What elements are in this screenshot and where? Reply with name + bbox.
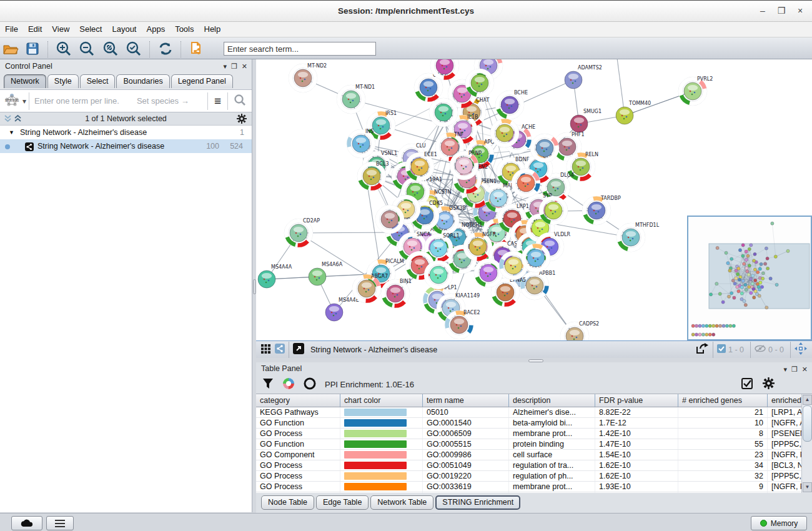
- set-species-label[interactable]: Set species →: [137, 96, 189, 106]
- network-node[interactable]: [708, 333, 711, 336]
- network-node-bche[interactable]: [753, 252, 756, 256]
- network-node[interactable]: [695, 324, 698, 327]
- table-panel-float-icon[interactable]: ▾: [783, 362, 787, 376]
- network-node-mthfd1l[interactable]: [775, 283, 778, 286]
- table-row[interactable]: GO ProcessGO:0006509membrane prot...1.42…: [256, 429, 812, 439]
- table-scrollbar[interactable]: ▲ ▼: [801, 394, 812, 493]
- string-options-menu-icon[interactable]: ≡: [208, 94, 227, 108]
- scroll-down-icon[interactable]: ▼: [803, 482, 812, 492]
- table-settings-gear-icon[interactable]: [763, 377, 775, 391]
- network-node-tardbp[interactable]: TARDBP: [582, 196, 621, 225]
- network-node-cadps2[interactable]: [765, 306, 768, 309]
- save-session-icon[interactable]: [26, 42, 39, 57]
- string-query-placeholder[interactable]: Enter one term per line.: [34, 96, 119, 106]
- network-node-il1b[interactable]: [745, 258, 748, 261]
- tab-node-table[interactable]: Node Table: [261, 495, 314, 510]
- network-node[interactable]: [750, 291, 753, 294]
- network-node[interactable]: [745, 250, 748, 253]
- table-panel-maximize-icon[interactable]: ❒: [791, 362, 798, 376]
- network-node-smug1[interactable]: [766, 257, 769, 260]
- birds-eye-view[interactable]: [687, 216, 812, 340]
- zoom-fit-icon[interactable]: [102, 41, 119, 59]
- string-logo-icon[interactable]: STRING: [4, 92, 20, 109]
- network-node[interactable]: [429, 98, 457, 126]
- network-node[interactable]: [740, 292, 743, 295]
- network-node-ngfr[interactable]: [748, 285, 751, 289]
- network-node[interactable]: [722, 324, 725, 327]
- ring-chart-icon[interactable]: [304, 377, 316, 392]
- task-history-button[interactable]: [46, 516, 74, 530]
- network-view-canvas[interactable]: MT-ND2MT-ND1VSNL1GAB2ADAMTS2PVRL2TOMM40S…: [256, 59, 812, 340]
- network-node-app[interactable]: [749, 277, 752, 280]
- network-node-lrp1[interactable]: [754, 279, 757, 282]
- network-node[interactable]: [691, 324, 695, 327]
- network-node-pvrl2[interactable]: PVRL2: [678, 76, 713, 106]
- tab-string-enrichment[interactable]: STRING Enrichment: [435, 495, 520, 510]
- selected-checkbox-icon[interactable]: [717, 344, 726, 355]
- table-panel-close-icon[interactable]: ✕: [802, 362, 808, 376]
- column-header-category[interactable]: category: [256, 394, 340, 407]
- navigate-compass-icon[interactable]: [795, 342, 807, 357]
- network-node-ece1[interactable]: [737, 267, 740, 270]
- table-row[interactable]: GO ProcessGO:0033619membrane prot...1.93…: [256, 482, 812, 492]
- network-node[interactable]: [756, 270, 760, 274]
- network-node[interactable]: [760, 262, 763, 266]
- network-node[interactable]: [737, 290, 740, 293]
- scrollbar-thumb[interactable]: [803, 405, 812, 442]
- network-node-dlg4[interactable]: [761, 272, 765, 275]
- hidden-eye-icon[interactable]: [755, 344, 766, 355]
- search-input[interactable]: [224, 42, 376, 56]
- network-node-kiaa1149[interactable]: [743, 299, 746, 302]
- network-node-bcl3[interactable]: BCL3: [357, 161, 389, 191]
- select-rows-checkbox-icon[interactable]: [741, 378, 753, 391]
- network-node[interactable]: [698, 333, 701, 336]
- network-node-ldlr[interactable]: [759, 281, 762, 284]
- enrichment-grid[interactable]: categorychart colorterm namedescriptionF…: [256, 394, 812, 493]
- network-node-notch1[interactable]: [744, 283, 747, 286]
- column-header--enriched-genes[interactable]: # enriched genes: [678, 394, 768, 407]
- network-node-ppp5c[interactable]: [733, 282, 736, 285]
- minimize-button[interactable]: –: [756, 6, 770, 17]
- network-node-ins[interactable]: [726, 262, 730, 265]
- network-node-mt-nd2[interactable]: MT-ND2: [289, 63, 327, 92]
- tab-select[interactable]: Select: [80, 74, 116, 88]
- network-node-mapt[interactable]: [751, 274, 755, 277]
- share-view-icon[interactable]: [275, 344, 285, 355]
- table-row[interactable]: GO ComponentGO:0009986cell surface1.54E-…: [256, 450, 812, 460]
- network-node-mt-nd2[interactable]: [716, 246, 719, 249]
- network-node-bace2[interactable]: [744, 304, 747, 307]
- network-node[interactable]: [725, 324, 728, 327]
- network-row-selected[interactable]: String Network - Alzheimer's disease 100…: [0, 139, 252, 153]
- horizontal-splitter[interactable]: [256, 358, 812, 362]
- network-collection-row[interactable]: ▼ String Network - Alzheimer's disease 1: [0, 126, 252, 139]
- network-node-bdnf[interactable]: [753, 268, 756, 271]
- tab-style[interactable]: Style: [47, 74, 79, 88]
- table-row[interactable]: GO ProcessGO:0051049regulation of tra...…: [256, 460, 812, 471]
- network-node-bin1[interactable]: BIN1: [381, 279, 412, 308]
- control-panel-close-icon[interactable]: ✕: [242, 59, 247, 73]
- column-header-term-name[interactable]: term name: [423, 394, 509, 407]
- network-node[interactable]: [754, 290, 757, 293]
- network-node-tnf[interactable]: [743, 262, 746, 266]
- network-node[interactable]: [701, 324, 705, 327]
- network-node[interactable]: [758, 288, 761, 291]
- string-search-icon[interactable]: [228, 94, 252, 107]
- network-node-cdk5[interactable]: [738, 278, 741, 281]
- maximize-button[interactable]: ❒: [775, 6, 788, 17]
- network-node[interactable]: [752, 259, 755, 262]
- menu-apps[interactable]: Apps: [142, 22, 171, 36]
- network-node-picalm[interactable]: [730, 292, 733, 295]
- network-node-efna5[interactable]: [753, 296, 756, 299]
- network-node[interactable]: [708, 324, 711, 327]
- column-header-chart-color[interactable]: chart color: [340, 394, 423, 407]
- tree-expander-icon[interactable]: ▼: [9, 126, 14, 139]
- network-node-bace1[interactable]: [751, 282, 754, 285]
- network-node-mthfd1l[interactable]: MTHFD1L: [616, 222, 659, 252]
- menu-view[interactable]: View: [47, 22, 74, 36]
- refresh-icon[interactable]: [158, 41, 173, 58]
- close-button[interactable]: ×: [793, 6, 807, 17]
- table-row[interactable]: GO FunctionGO:0005515protein binding1.47…: [256, 439, 812, 450]
- table-row[interactable]: GO FunctionGO:0001540beta-amyloid bi...1…: [256, 418, 812, 429]
- network-node-apoe[interactable]: [748, 264, 751, 267]
- menu-help[interactable]: Help: [199, 22, 226, 36]
